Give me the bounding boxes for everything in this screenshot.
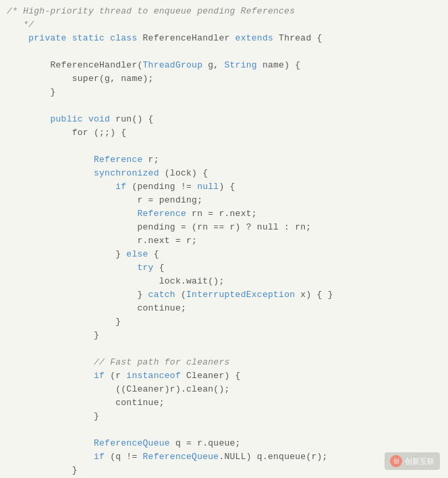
token: class xyxy=(110,33,137,43)
token: rn = r.next; xyxy=(186,209,257,219)
token: static xyxy=(72,33,105,43)
watermark-logo: 创 xyxy=(390,455,402,467)
token: q = r.queue; xyxy=(170,438,241,448)
code-line: Reference rn = r.next; xyxy=(0,208,448,221)
token: (r xyxy=(105,371,126,381)
code-line: continue; xyxy=(0,397,448,410)
code-line: } xyxy=(0,86,448,100)
code-line-text: synchronized (lock) { xyxy=(0,168,208,178)
code-line-text: r = pending; xyxy=(0,195,202,205)
code-line: continue; xyxy=(0,302,448,316)
code-block: /* High-priority thread to enqueue pendi… xyxy=(0,5,448,478)
code-line xyxy=(0,140,448,154)
token: Reference xyxy=(94,155,143,165)
code-line: private static class ReferenceHandler ex… xyxy=(0,32,448,46)
token: (pending != xyxy=(126,182,197,192)
code-line-text: pending = (rn == r) ? null : rn; xyxy=(0,222,311,232)
token: ReferenceHandler( xyxy=(7,60,143,70)
token: g, xyxy=(202,60,224,70)
token: { xyxy=(148,249,159,259)
token: null xyxy=(197,182,219,192)
code-line-text: lock.wait(); xyxy=(0,276,224,286)
token: run() { xyxy=(110,114,154,124)
code-line: for (;;) { xyxy=(0,127,448,140)
code-line-text: private static class ReferenceHandler ex… xyxy=(0,33,323,43)
code-line: pending = (rn == r) ? null : rn; xyxy=(0,221,448,235)
code-line: } xyxy=(0,316,448,329)
token: } xyxy=(7,465,78,475)
code-line-text: } catch (InterruptedException x) { } xyxy=(0,290,333,300)
token: { xyxy=(154,263,165,273)
token: x) { } xyxy=(295,290,333,300)
token: .NULL) q.enqueue(r); xyxy=(219,452,327,462)
token: lock.wait(); xyxy=(7,276,224,286)
code-line-text: } xyxy=(0,411,99,421)
code-line: if (pending != null) { xyxy=(0,181,448,194)
code-line-text: r.next = r; xyxy=(0,236,197,246)
code-line xyxy=(0,100,448,113)
token: ReferenceHandler xyxy=(138,33,235,43)
token: r; xyxy=(143,155,159,165)
token: ((Cleaner)r).clean(); xyxy=(7,384,230,394)
token: name) { xyxy=(257,60,301,70)
code-line: public void run() { xyxy=(0,113,448,127)
token xyxy=(105,33,110,43)
code-line: if (q != ReferenceQueue.NULL) q.enqueue(… xyxy=(0,451,448,464)
token: public xyxy=(51,114,83,124)
token: Thread { xyxy=(273,33,323,43)
code-line-text: } xyxy=(0,87,56,97)
code-line: try { xyxy=(0,262,448,275)
code-line-text: if (r instanceof Cleaner) { xyxy=(0,371,241,381)
code-line: } xyxy=(0,464,448,478)
code-line-text: */ xyxy=(0,20,34,30)
code-line xyxy=(0,424,448,437)
token: pending = (rn == r) ? null : rn; xyxy=(7,222,311,232)
code-line: */ xyxy=(0,19,448,32)
token: catch xyxy=(148,290,175,300)
code-line: } xyxy=(0,410,448,424)
code-line: r = pending; xyxy=(0,194,448,208)
token: } xyxy=(7,317,121,327)
token: } xyxy=(7,330,99,340)
token xyxy=(83,114,88,124)
token xyxy=(7,371,94,381)
code-line: if (r instanceof Cleaner) { xyxy=(0,370,448,383)
code-line: lock.wait(); xyxy=(0,275,448,289)
token: try xyxy=(137,263,153,273)
token: continue; xyxy=(7,398,165,408)
watermark: 创 创新互联 xyxy=(385,452,440,470)
token: Cleaner) { xyxy=(181,371,241,381)
token: super(g, name); xyxy=(7,74,154,84)
token: else xyxy=(126,249,148,259)
code-line-text: /* High-priority thread to enqueue pendi… xyxy=(0,6,295,16)
token: // Fast path for cleaners xyxy=(7,357,230,367)
token: InterruptedException xyxy=(186,290,295,300)
token xyxy=(7,263,137,273)
token xyxy=(67,33,72,43)
token xyxy=(7,168,94,178)
token: synchronized xyxy=(94,168,159,178)
token: /* High-priority thread to enqueue pendi… xyxy=(7,6,295,16)
code-line xyxy=(0,46,448,59)
code-line-text: } xyxy=(0,465,78,475)
token xyxy=(7,209,137,219)
token: private xyxy=(28,33,66,43)
token: } xyxy=(7,411,99,421)
watermark-text: 创新互联 xyxy=(405,456,435,467)
token: ReferenceQueue xyxy=(143,452,219,462)
token: ( xyxy=(175,290,186,300)
token: r.next = r; xyxy=(7,236,197,246)
token: ReferenceQueue xyxy=(94,438,170,448)
token: String xyxy=(224,60,256,70)
code-line: ((Cleaner)r).clean(); xyxy=(0,383,448,397)
code-line: } catch (InterruptedException x) { } xyxy=(0,289,448,302)
code-line: ReferenceHandler(ThreadGroup g, String n… xyxy=(0,59,448,73)
code-line xyxy=(0,343,448,356)
token: } xyxy=(7,87,56,97)
code-line-text: ((Cleaner)r).clean(); xyxy=(0,384,230,394)
token: } xyxy=(7,290,148,300)
token: extends xyxy=(235,33,273,43)
code-line-text: for (;;) { xyxy=(0,128,126,138)
code-line-text: ReferenceHandler(ThreadGroup g, String n… xyxy=(0,60,300,70)
token: ThreadGroup xyxy=(143,60,203,70)
